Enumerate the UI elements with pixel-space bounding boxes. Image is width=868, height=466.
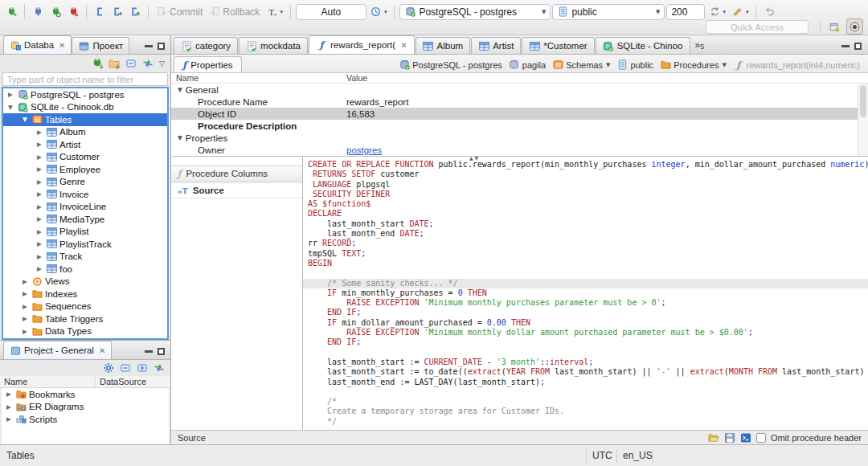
column-header-datasource[interactable]: DataSource — [95, 377, 170, 386]
view-menu-icon[interactable]: ▽ — [159, 60, 165, 67]
object-filter-input[interactable] — [2, 72, 168, 86]
expand-arrow-icon[interactable]: ▶ — [21, 328, 29, 335]
recent-sql-editor-button[interactable] — [109, 3, 125, 21]
active-schema-select[interactable]: public ▼ — [552, 4, 665, 20]
transaction-mode-select[interactable]: Auto — [296, 4, 366, 20]
editor-tab-rewards-report[interactable]: ƒrewards_report(✕ — [309, 35, 415, 54]
owner-link[interactable]: postgres — [346, 145, 382, 155]
expand-arrow-icon[interactable]: ▶ — [35, 166, 43, 173]
group-collapse-icon[interactable]: ▼ — [178, 134, 182, 141]
transaction-history-button[interactable]: ▾ — [368, 3, 390, 21]
close-icon[interactable]: ✕ — [59, 41, 65, 50]
side-tab-source[interactable]: «TSource — [171, 182, 302, 198]
expand-arrow-icon[interactable]: ▶ — [21, 290, 29, 297]
expand-arrow-icon[interactable]: ▶ — [6, 91, 14, 98]
project-item-scripts[interactable]: ▶Scripts — [2, 413, 169, 426]
collapse-all-icon[interactable] — [125, 58, 137, 69]
expand-arrow-icon[interactable]: ▶ — [35, 253, 43, 260]
tree-item-playlisttrack[interactable]: ▶PlaylistTrack — [3, 238, 167, 251]
tree-item-data-types[interactable]: ▶Data Types — [3, 325, 167, 338]
maximize-icon[interactable] — [158, 43, 165, 50]
minimize-icon[interactable] — [841, 45, 850, 47]
tab-database-navigator[interactable]: Databa ✕ — [3, 35, 72, 54]
column-header-name[interactable]: Name — [0, 377, 95, 386]
expand-arrow-icon[interactable]: ▶ — [35, 141, 43, 148]
tree-item-indexes[interactable]: ▶Indexes — [3, 288, 167, 300]
project-item-er-diagrams[interactable]: ▶ER Diagrams — [2, 401, 169, 414]
tab-overflow-chevron[interactable]: »5 — [695, 39, 705, 51]
expand-arrow-icon[interactable]: ▶ — [5, 390, 13, 398]
minimize-icon[interactable] — [145, 45, 153, 47]
editor-tab-mockdata[interactable]: mockdata — [239, 37, 308, 54]
side-tab-procedure-columns[interactable]: ƒProcedure Columns — [171, 166, 302, 182]
editor-tab-customer[interactable]: *Customer — [522, 37, 594, 54]
tab-project-explorer[interactable]: Проект — [72, 37, 129, 54]
tree-item-sequences[interactable]: ▶Sequences — [3, 300, 167, 313]
breadcrumb-item-rewards-report-int4-numeric[interactable]: ƒrewards_report(int4,numeric) — [733, 59, 860, 70]
editor-tab-sqlite-chinoo[interactable]: SQLite - Chinoo — [596, 37, 690, 54]
column-header-value[interactable]: Value — [344, 73, 868, 83]
tree-item-playlist[interactable]: ▶Playlist — [3, 226, 167, 239]
editor-tab-album[interactable]: Album — [416, 37, 471, 54]
tree-item-tables[interactable]: ▼Tables — [3, 113, 167, 126]
omit-procedure-header-checkbox[interactable] — [756, 433, 766, 443]
splitter-handle[interactable]: ▲▼ — [469, 155, 480, 161]
breadcrumb-item-schemas[interactable]: Schemas▼ — [552, 59, 610, 70]
tree-item-customer[interactable]: ▶Customer — [3, 151, 167, 164]
tree-item-employee[interactable]: ▶Employee — [3, 163, 167, 176]
editor-tab-artist[interactable]: Artist — [471, 37, 521, 54]
column-header-name[interactable]: Name — [171, 73, 344, 83]
tree-item-mediatype[interactable]: ▶MediaType — [3, 213, 167, 226]
rollback-button[interactable]: Rollback — [207, 3, 262, 21]
maximize-icon[interactable] — [854, 43, 862, 50]
tree-item-track[interactable]: ▶Track — [3, 251, 167, 264]
dbeaver-perspective-button[interactable] — [846, 18, 863, 35]
disconnect-button[interactable] — [65, 3, 81, 21]
sql-editor-button[interactable] — [92, 3, 108, 21]
quick-access-input[interactable] — [706, 20, 809, 34]
property-row-owner[interactable]: Ownerpostgres — [171, 144, 868, 156]
properties-scrollbar[interactable] — [858, 84, 868, 156]
property-row-object-id[interactable]: Object ID16,583 — [171, 108, 868, 120]
tree-item-foo[interactable]: ▶foo — [3, 263, 167, 276]
collapse-all-icon[interactable] — [120, 362, 131, 374]
expand-all-icon[interactable] — [137, 362, 148, 374]
minimize-icon[interactable] — [145, 350, 153, 353]
expand-arrow-icon[interactable]: ▶ — [21, 303, 29, 310]
maximize-icon[interactable] — [158, 348, 165, 355]
close-icon[interactable]: ✕ — [99, 346, 105, 355]
expand-arrow-icon[interactable]: ▶ — [21, 315, 29, 322]
tree-item-invoice[interactable]: ▶Invoice — [3, 188, 167, 201]
tree-item-artist[interactable]: ▶Artist — [3, 138, 167, 151]
transaction-log-button[interactable]: T▾ — [264, 3, 285, 21]
tree-item-table-triggers[interactable]: ▶Table Triggers — [3, 313, 167, 325]
new-folder-icon[interactable]: + — [108, 58, 120, 69]
reconnect-button[interactable] — [47, 3, 63, 21]
locale-label[interactable]: en_US — [623, 450, 653, 461]
breadcrumb-item-pagila[interactable]: pagila — [509, 59, 546, 70]
refresh-button[interactable]: ▾ — [706, 3, 728, 21]
pen-tool-button[interactable]: ▾ — [730, 3, 751, 21]
expand-arrow-icon[interactable]: ▶ — [35, 203, 43, 211]
tab-project-general[interactable]: Project - General ✕ — [3, 341, 112, 359]
property-row-procedure-description[interactable]: Procedure Description — [171, 120, 868, 132]
editor-tab-category[interactable]: category — [174, 37, 238, 54]
expand-arrow-icon[interactable]: ▶ — [35, 190, 43, 198]
expand-arrow-icon[interactable]: ▶ — [21, 278, 29, 285]
expand-arrow-icon[interactable]: ▶ — [35, 153, 43, 161]
link-with-editor-icon[interactable] — [142, 58, 154, 69]
link-with-editor-icon[interactable] — [154, 362, 165, 374]
tree-item-genre[interactable]: ▶Genre — [3, 176, 167, 189]
tree-item-views[interactable]: ▶Views — [3, 276, 167, 288]
group-collapse-icon[interactable]: ▼ — [178, 86, 182, 93]
fetch-size-input[interactable]: 200 — [666, 4, 705, 20]
expand-arrow-icon[interactable]: ▶ — [35, 129, 43, 136]
connect-plug-plus-icon[interactable]: + — [92, 58, 103, 69]
expand-arrow-icon[interactable]: ▼ — [6, 104, 14, 111]
open-perspective-button[interactable] — [826, 18, 843, 35]
tree-item-album[interactable]: ▶Album — [3, 126, 167, 139]
property-row-properties[interactable]: ▼Properties — [171, 132, 868, 144]
expand-arrow-icon[interactable]: ▶ — [35, 178, 43, 186]
timezone-label[interactable]: UTC — [592, 450, 612, 461]
breadcrumb-item-procedures[interactable]: Procedures▼ — [660, 59, 727, 70]
